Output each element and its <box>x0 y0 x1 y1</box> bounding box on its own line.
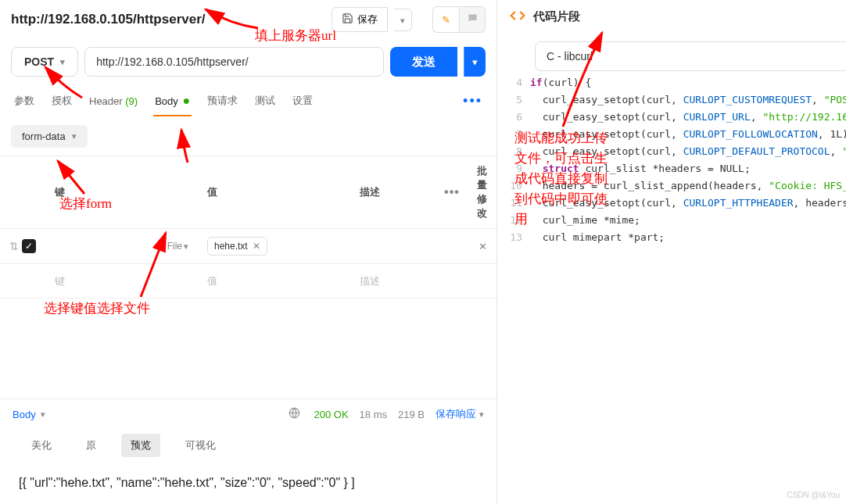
remove-file-button[interactable]: ✕ <box>253 241 260 252</box>
page-title: http://192.168.0.105/httpserver/ <box>11 12 325 27</box>
save-button[interactable]: 保存 <box>332 7 388 32</box>
code-icon <box>510 8 525 26</box>
col-desc: 描述 <box>350 177 436 207</box>
body-type-select[interactable]: form-data ▾ <box>11 125 88 148</box>
code-line: 13 curl mimepart *part; <box>500 229 846 246</box>
chevron-down-icon: ▾ <box>72 131 77 141</box>
tab-more-button[interactable]: ••• <box>463 93 482 109</box>
type-select[interactable]: File ▾ <box>167 241 188 252</box>
tab-body[interactable]: Body ● <box>155 91 190 111</box>
row-checkbox[interactable]: ✓ <box>22 239 36 253</box>
code-line: 6 curl_easy_setopt(curl, CURLOPT_URL, "h… <box>500 109 846 126</box>
code-snippet[interactable]: 4if(curl) {5 curl_easy_setopt(curl, CURL… <box>497 74 846 504</box>
chevron-down-icon: ▾ <box>60 57 65 67</box>
col-more-button[interactable]: ••• <box>436 185 468 199</box>
comment-button[interactable] <box>459 6 486 33</box>
tab-auth[interactable]: 授权 <box>52 91 72 111</box>
tab-params[interactable]: 参数 <box>14 91 34 111</box>
status-code: 200 OK <box>314 409 349 420</box>
chevron-down-icon: ▾ <box>41 409 45 420</box>
col-value: 值 <box>198 177 350 207</box>
tab-test[interactable]: 测试 <box>255 91 275 111</box>
save-dropdown-button[interactable]: ▾ <box>394 9 412 31</box>
drag-icon[interactable]: ⇅ <box>9 240 19 252</box>
desc-input-placeholder[interactable]: 描述 <box>350 266 436 296</box>
code-line: 11 curl_easy_setopt(curl, CURLOPT_HTTPHE… <box>500 195 846 212</box>
pencil-icon: ✎ <box>442 14 450 26</box>
bulk-edit-button[interactable]: 批量修改 <box>468 156 496 228</box>
comment-icon <box>467 13 479 27</box>
delete-row-button[interactable]: ✕ <box>479 241 487 252</box>
col-key: 键 <box>45 177 198 207</box>
chevron-down-icon: ▾ <box>184 241 188 252</box>
chevron-down-icon: ▾ <box>472 56 478 68</box>
code-line: 4if(curl) { <box>500 74 846 91</box>
chevron-down-icon: ▾ <box>400 16 405 25</box>
file-chip: hehe.txt ✕ <box>207 237 267 256</box>
method-select[interactable]: POST ▾ <box>11 47 78 77</box>
save-icon <box>342 13 353 27</box>
watermark: CSDN @I&You <box>787 491 840 499</box>
code-line: 9 struct curl_slist *headers = NULL; <box>500 160 846 177</box>
response-size: 219 B <box>398 409 425 420</box>
params-table: 键 值 描述 ••• 批量修改 ⇅ ✓ File ▾ <box>0 155 496 298</box>
send-button[interactable]: 发送 <box>390 47 457 77</box>
code-line: 12 curl_mime *mime; <box>500 212 846 229</box>
response-body: [{ "url":"hehe.txt", "name":"hehe.txt", … <box>0 462 496 504</box>
language-select[interactable]: C - libcurl ▾ <box>535 41 846 71</box>
code-panel-title: 代码片段 <box>533 9 580 24</box>
code-line: 8 curl_easy_setopt(curl, CURLOPT_DEFAULT… <box>500 143 846 160</box>
send-dropdown-button[interactable]: ▾ <box>464 47 486 77</box>
edit-button[interactable]: ✎ <box>432 6 459 33</box>
resp-tab-visualize[interactable]: 可视化 <box>176 434 225 457</box>
resp-tab-raw[interactable]: 原 <box>77 434 106 457</box>
resp-tab-beautify[interactable]: 美化 <box>22 434 61 457</box>
table-row: ⇅ ✓ File ▾ hehe.txt ✕ <box>0 229 496 264</box>
globe-icon <box>289 407 300 421</box>
desc-input[interactable] <box>350 238 436 254</box>
tab-prerequest[interactable]: 预请求 <box>207 91 238 111</box>
tab-header[interactable]: Header (9) <box>89 92 138 110</box>
dot-icon: ● <box>182 94 190 107</box>
value-input[interactable]: hehe.txt ✕ <box>198 229 350 263</box>
response-body-select[interactable]: Body ▾ <box>13 409 45 420</box>
save-response-button[interactable]: 保存响应 ▾ <box>436 407 484 421</box>
code-line: 7 curl_easy_setopt(curl, CURLOPT_FOLLOWL… <box>500 126 846 143</box>
tab-settings[interactable]: 设置 <box>292 91 313 111</box>
code-line: 5 curl_easy_setopt(curl, CURLOPT_CUSTOMR… <box>500 91 846 109</box>
key-input[interactable]: File ▾ <box>45 233 198 259</box>
resp-tab-preview[interactable]: 预览 <box>121 434 160 457</box>
chevron-down-icon: ▾ <box>479 409 484 420</box>
code-line: 10 headers = curl_slist_append(headers, … <box>500 177 846 195</box>
url-input[interactable]: http://192.168.0.105/httpserver/ <box>84 47 384 77</box>
response-time: 18 ms <box>360 409 387 420</box>
table-row-new[interactable]: 键 值 描述 <box>0 264 496 298</box>
value-input-placeholder[interactable]: 值 <box>198 266 350 296</box>
key-input-placeholder[interactable]: 键 <box>45 266 198 296</box>
